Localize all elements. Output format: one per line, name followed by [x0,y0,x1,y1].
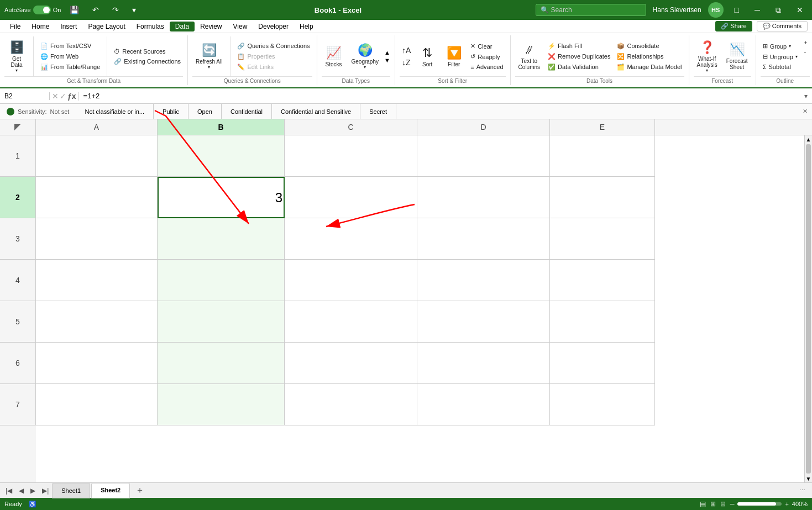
insert-function-button[interactable]: ƒx [67,92,76,101]
sheet-tab-sheet2[interactable]: Sheet2 [91,483,130,498]
get-data-button[interactable]: 🗄️ Get Data ▾ [4,36,29,76]
refresh-all-button[interactable]: 🔄 Refresh All ▾ [192,36,226,76]
cell-D3[interactable] [417,218,550,260]
scroll-up-button[interactable]: ▲ [805,135,812,143]
cell-B2[interactable]: 3 [158,177,285,218]
cell-C3[interactable] [285,218,417,260]
relationships-button[interactable]: 🔀 Relationships [615,52,684,61]
cell-E1[interactable] [550,135,655,177]
cell-A2[interactable] [36,177,158,218]
cell-C7[interactable] [285,384,417,425]
properties-button[interactable]: 📋 Properties [235,52,312,61]
scroll-tab-next[interactable]: ▶ [27,487,39,495]
col-header-C[interactable]: C [285,119,417,135]
enter-button[interactable]: ✓ [60,92,66,101]
cell-B7[interactable] [158,384,285,425]
row-header-2[interactable]: 2 [0,177,36,218]
menu-page-layout[interactable]: Page Layout [82,22,130,31]
cell-B1[interactable] [158,135,285,177]
cell-E7[interactable] [550,384,655,425]
menu-view[interactable]: View [228,22,253,31]
col-header-A[interactable]: A [36,119,158,135]
geography-button[interactable]: 🌍 Geography ▾ [348,36,382,76]
menu-insert[interactable]: Insert [55,22,82,31]
recent-sources-button[interactable]: ⏱ Recent Sources [112,47,183,56]
hide-detail-button[interactable]: - [802,48,810,56]
reapply-button[interactable]: ↺ Reapply [468,52,505,61]
cell-C4[interactable] [285,260,417,301]
search-input[interactable] [551,6,634,14]
cell-A3[interactable] [36,218,158,260]
data-validation-button[interactable]: ✅ Data Validation [546,62,612,72]
data-type-down[interactable]: ▼ [384,57,390,64]
sens-tab-not-classifiable[interactable]: Not classifiable or in... [76,104,154,119]
queries-connections-button[interactable]: 🔗 Queries & Connections [235,41,312,51]
comments-button[interactable]: 💬 Comments [757,21,808,31]
cell-reference-box[interactable]: B2 [0,92,50,100]
cell-A6[interactable] [36,343,158,384]
group-button[interactable]: ⊞ Group ▾ [761,41,800,51]
minimize-button[interactable]: ─ [750,4,764,15]
cell-B4[interactable] [158,260,285,301]
cell-B3[interactable] [158,218,285,260]
cell-E4[interactable] [550,260,655,301]
cell-E3[interactable] [550,218,655,260]
consolidate-button[interactable]: 📦 Consolidate [615,41,684,51]
close-button[interactable]: ✕ [792,4,808,15]
zoom-control[interactable]: ─ + 400% [730,501,808,507]
normal-view-button[interactable]: ▤ [700,500,706,508]
menu-help[interactable]: Help [294,22,319,31]
remove-duplicates-button[interactable]: ❌ Remove Duplicates [546,52,612,61]
from-table-button[interactable]: 📊 From Table/Range [38,62,102,72]
cell-D6[interactable] [417,343,550,384]
page-layout-view-button[interactable]: ⊞ [710,500,716,508]
menu-developer[interactable]: Developer [253,22,294,31]
cell-D2[interactable] [417,177,550,218]
cell-E6[interactable] [550,343,655,384]
scroll-tab-prev[interactable]: ◀ [15,487,27,495]
formula-input[interactable] [79,92,800,100]
row-header-3[interactable]: 3 [0,218,36,260]
vertical-scrollbar[interactable]: ▲ ▼ [804,135,812,482]
filter-button[interactable]: 🔽 Filter [442,36,466,76]
col-header-D[interactable]: D [417,119,550,135]
edit-links-button[interactable]: ✏️ Edit Links [235,62,312,72]
what-if-button[interactable]: ❓ What-If Analysis ▾ [694,36,721,76]
row-header-1[interactable]: 1 [0,135,36,177]
cell-C2[interactable] [285,177,417,218]
cell-D1[interactable] [417,135,550,177]
stocks-button[interactable]: 📈 Stocks [322,36,346,76]
cell-E5[interactable] [550,301,655,343]
row-header-5[interactable]: 5 [0,301,36,343]
redo-button[interactable]: ↷ [108,4,123,15]
sheet-tab-sheet1[interactable]: Sheet1 [52,483,90,498]
show-detail-button[interactable]: + [802,39,810,47]
cell-B6[interactable] [158,343,285,384]
cancel-button[interactable]: ✕ [52,92,59,101]
menu-file[interactable]: File [4,22,26,31]
cell-E2[interactable] [550,177,655,218]
from-web-button[interactable]: 🌐 From Web [38,52,102,61]
expand-formula-bar-button[interactable]: ▾ [800,92,812,100]
col-header-E[interactable]: E [550,119,655,135]
menu-home[interactable]: Home [26,22,55,31]
save-button[interactable]: 💾 [65,4,83,15]
clear-button[interactable]: ✕ Clear [468,41,505,51]
add-sheet-button[interactable]: ＋ [131,485,149,496]
menu-review[interactable]: Review [195,22,227,31]
cell-A5[interactable] [36,301,158,343]
menu-formulas[interactable]: Formulas [131,22,170,31]
forecast-sheet-button[interactable]: 📉 Forecast Sheet [723,36,751,76]
cell-C1[interactable] [285,135,417,177]
ungroup-button[interactable]: ⊟ Ungroup ▾ [761,52,800,61]
cell-D7[interactable] [417,384,550,425]
zoom-slider[interactable] [737,502,782,506]
share-button[interactable]: 🔗 Share [715,21,752,31]
cell-C5[interactable] [285,301,417,343]
scroll-tab-last[interactable]: ▶| [39,487,52,495]
sens-tab-secret[interactable]: Secret [360,104,396,119]
page-break-view-button[interactable]: ⊟ [720,500,726,508]
sensitivity-close-button[interactable]: ✕ [798,108,812,115]
sort-za-button[interactable]: ↓Z [400,57,413,68]
manage-data-model-button[interactable]: 🗂️ Manage Data Model [615,62,684,72]
